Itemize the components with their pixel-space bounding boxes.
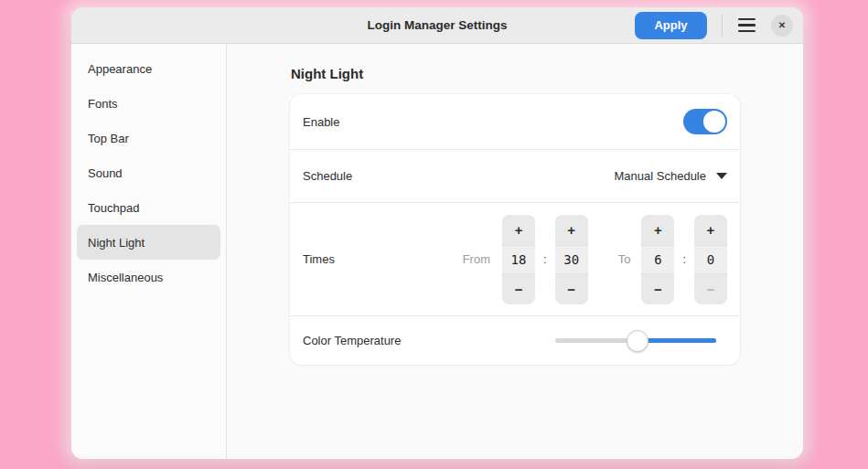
sidebar: Appearance Fonts Top Bar Sound Touchpad … (71, 44, 227, 459)
enable-toggle[interactable] (683, 109, 727, 134)
schedule-dropdown-value: Manual Schedule (615, 169, 706, 183)
to-hour-value[interactable]: 6 (641, 245, 674, 274)
from-hour-decrement-button[interactable]: − (502, 274, 535, 304)
from-minute-value[interactable]: 30 (555, 245, 588, 274)
sidebar-item-appearance[interactable]: Appearance (77, 51, 220, 86)
color-temperature-slider-knob[interactable] (627, 330, 648, 352)
page-title: Night Light (291, 66, 740, 81)
main-area: Night Light Enable Schedule Manual Sched… (227, 44, 803, 459)
hamburger-icon (738, 18, 755, 33)
to-colon: : (682, 252, 686, 266)
to-minute-value[interactable]: 0 (694, 245, 727, 274)
sidebar-item-night-light[interactable]: Night Light (77, 225, 220, 260)
titlebar: Login Manager Settings Apply ✕ (71, 7, 803, 44)
from-hour-increment-button[interactable]: + (502, 215, 535, 245)
sidebar-item-touchpad[interactable]: Touchpad (77, 190, 220, 225)
color-temperature-slider[interactable] (555, 329, 716, 353)
from-hour-spinner: + 18 − (502, 215, 535, 304)
sidebar-item-top-bar[interactable]: Top Bar (77, 121, 220, 155)
to-minute-increment-button[interactable]: + (694, 215, 727, 245)
app-window: Login Manager Settings Apply ✕ Appearanc… (71, 7, 803, 459)
titlebar-controls: Apply ✕ (635, 7, 793, 43)
sidebar-item-fonts[interactable]: Fonts (77, 86, 220, 121)
window-content: Appearance Fonts Top Bar Sound Touchpad … (71, 44, 803, 459)
chevron-down-icon (716, 173, 727, 179)
from-minute-increment-button[interactable]: + (555, 215, 588, 245)
apply-button[interactable]: Apply (635, 12, 707, 39)
to-label: To (618, 252, 631, 266)
to-hour-decrement-button[interactable]: − (641, 274, 674, 304)
from-minute-spinner: + 30 − (555, 215, 588, 304)
close-icon: ✕ (778, 20, 786, 30)
to-hour-increment-button[interactable]: + (641, 215, 674, 245)
from-hour-value[interactable]: 18 (502, 245, 535, 274)
from-minute-decrement-button[interactable]: − (555, 274, 588, 304)
color-temperature-slider-fill (638, 338, 716, 343)
to-minute-spinner: + 0 − (694, 215, 727, 304)
to-minute-decrement-button[interactable]: − (694, 274, 727, 304)
color-temperature-label: Color Temperature (303, 334, 401, 347)
from-label: From (463, 252, 490, 266)
close-button[interactable]: ✕ (771, 15, 793, 37)
menu-button[interactable] (734, 14, 758, 37)
night-light-settings-card: Enable Schedule Manual Schedule (290, 94, 740, 365)
times-row: Times From + 18 − : + 30 (290, 202, 740, 315)
toggle-knob (703, 111, 725, 133)
schedule-row: Schedule Manual Schedule (290, 149, 740, 202)
enable-label: Enable (303, 115, 339, 129)
color-temperature-row: Color Temperature (290, 315, 740, 365)
from-colon: : (543, 252, 547, 266)
times-controls: From + 18 − : + 30 − (463, 215, 727, 304)
schedule-dropdown[interactable]: Manual Schedule (615, 169, 727, 183)
times-label: Times (303, 252, 335, 266)
enable-row: Enable (290, 94, 740, 149)
window-title: Login Manager Settings (367, 18, 507, 32)
titlebar-separator (722, 15, 723, 37)
sidebar-item-miscellaneous[interactable]: Miscellaneous (77, 260, 220, 294)
sidebar-item-sound[interactable]: Sound (77, 155, 220, 190)
schedule-label: Schedule (303, 169, 352, 183)
to-hour-spinner: + 6 − (641, 215, 674, 304)
